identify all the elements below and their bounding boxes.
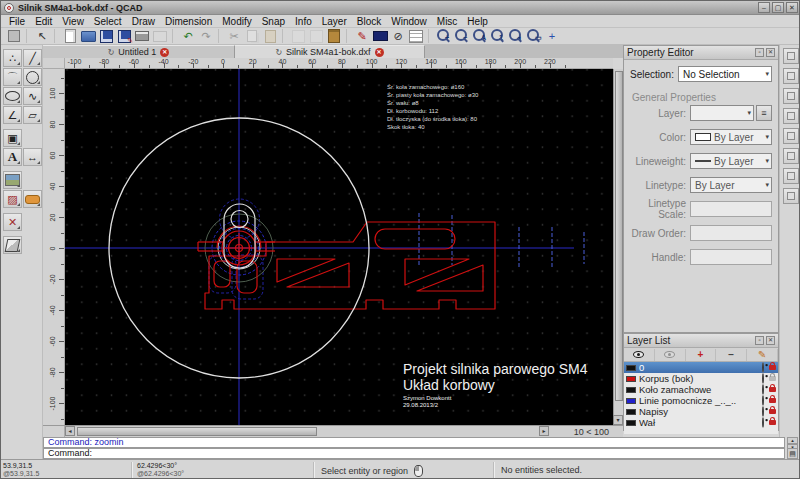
snap-tool-button-1[interactable] — [289, 28, 307, 44]
layer-visibility-icon[interactable] — [762, 407, 764, 416]
point-tool[interactable]: ∴ — [3, 49, 22, 67]
box-3d-tool[interactable] — [3, 236, 22, 254]
menu-item[interactable]: Layer — [317, 16, 352, 27]
layer-dropdown[interactable]: ▾ — [690, 105, 754, 121]
lineweight-dropdown[interactable]: By Layer ▾ — [690, 153, 772, 169]
layer-visibility-icon[interactable] — [762, 385, 764, 394]
minimize-button[interactable]: – — [758, 2, 770, 13]
menu-item[interactable]: Snap — [257, 16, 290, 27]
handle-input[interactable] — [690, 249, 772, 265]
print-preview-button[interactable] — [151, 28, 169, 44]
modify-tool[interactable]: ✕ — [3, 213, 22, 231]
arc-tool[interactable]: ⌒ — [3, 68, 22, 86]
active-color-swatch[interactable] — [371, 28, 389, 44]
menu-item[interactable]: View — [57, 16, 89, 27]
tab-close-icon[interactable]: ✕ — [375, 48, 384, 57]
zoom-1-1-button[interactable]: 1 — [489, 28, 507, 44]
menu-item[interactable]: Dimension — [160, 16, 217, 27]
cut-button[interactable]: ✂ — [225, 28, 243, 44]
spline-tool[interactable]: ∿ — [23, 87, 42, 105]
open-file-button[interactable] — [79, 28, 97, 44]
menu-item[interactable]: Edit — [30, 16, 57, 27]
tab-close-icon[interactable]: ✕ — [160, 48, 169, 57]
command-options-button[interactable]: ▤ — [787, 448, 798, 459]
tab-silnik-sm4a1-bok[interactable]: ↻ Silnik SM4a1-bok.dxf ✕ — [235, 45, 425, 58]
draw-order-input[interactable] — [690, 225, 772, 241]
grid-toggle-button[interactable] — [407, 28, 425, 44]
zoom-window-button[interactable]: ▭ — [525, 28, 543, 44]
panel-close-button[interactable]: ✕ — [766, 48, 775, 57]
layer-row[interactable]: Koło zamachowe — [624, 384, 778, 395]
linetype-bylayer-button[interactable]: ⊘ — [389, 28, 407, 44]
panel-float-button[interactable]: ▫ — [755, 48, 764, 57]
app-button[interactable] — [5, 28, 23, 44]
hatch-tool[interactable]: ▨ — [3, 190, 22, 208]
menu-item[interactable]: Misc — [432, 16, 463, 27]
save-button[interactable] — [97, 28, 115, 44]
selection-pointer-button[interactable]: ↖ — [33, 28, 51, 44]
ellipse-tool[interactable] — [3, 87, 22, 105]
panel-float-button[interactable]: ▫ — [755, 336, 764, 345]
right-dock-button-4[interactable] — [783, 108, 799, 124]
layer-lock-icon[interactable] — [769, 376, 776, 381]
right-dock-button-1[interactable] — [783, 48, 799, 64]
spin-up-icon[interactable]: ▴ — [787, 437, 798, 444]
paste-button[interactable] — [261, 28, 279, 44]
right-dock-button-8[interactable] — [783, 188, 799, 204]
new-file-button[interactable] — [61, 28, 79, 44]
linetype-scale-input[interactable] — [690, 201, 772, 217]
layer-lock-icon[interactable] — [769, 365, 776, 370]
panel-close-button[interactable]: ✕ — [766, 336, 775, 345]
remove-layer-button[interactable]: − — [716, 349, 747, 361]
layer-visibility-icon[interactable] — [762, 396, 764, 405]
menu-item[interactable]: Draw — [127, 16, 160, 27]
edit-layer-button[interactable]: ✎ — [747, 349, 778, 361]
menu-item[interactable]: Window — [386, 16, 432, 27]
command-history-spinner[interactable]: ▴ ▾ — [787, 437, 798, 448]
right-dock-button-3[interactable] — [783, 88, 799, 104]
layer-row[interactable]: 0 — [624, 362, 778, 373]
menu-item[interactable]: Help — [462, 16, 493, 27]
menu-item[interactable]: Block — [352, 16, 386, 27]
tab-untitled-1[interactable]: ↻ Untitled 1 ✕ — [43, 45, 235, 58]
vertical-scrollbar[interactable]: ▾ — [613, 69, 623, 425]
menu-item[interactable]: Info — [290, 16, 317, 27]
menu-item[interactable]: File — [4, 16, 30, 27]
viewport-tool[interactable]: ▣ — [3, 129, 22, 147]
menu-item[interactable]: Select — [89, 16, 127, 27]
line-tool[interactable]: ╱ — [23, 49, 42, 67]
layer-list-header[interactable]: Layer List ▫ ✕ — [624, 334, 778, 348]
redo-button[interactable]: ↷ — [197, 28, 215, 44]
scroll-left-button[interactable]: ◂ — [65, 426, 75, 436]
maximize-button[interactable]: ▢ — [772, 2, 784, 13]
layer-visibility-icon[interactable] — [762, 363, 764, 372]
close-button[interactable]: ✕ — [786, 2, 798, 13]
selection-dropdown[interactable]: No Selection ▾ — [678, 66, 772, 82]
image-tool[interactable] — [3, 171, 22, 189]
layer-row[interactable]: Napisy — [624, 406, 778, 417]
clipboard-button[interactable] — [325, 28, 343, 44]
right-dock-button-6[interactable] — [783, 148, 799, 164]
solid-fill-tool[interactable] — [23, 190, 42, 208]
title-bar[interactable]: Silnik SM4a1-bok.dxf - QCAD – ▢ ✕ — [1, 1, 800, 15]
shape-tool[interactable]: ▱ — [23, 106, 42, 124]
circle-tool[interactable] — [23, 68, 42, 86]
zoom-auto-button[interactable]: A — [471, 28, 489, 44]
undo-button[interactable]: ↶ — [179, 28, 197, 44]
show-all-layers-button[interactable] — [624, 349, 655, 361]
layer-list-menu-button[interactable]: ≡ — [756, 105, 772, 121]
attribute-pencil-button[interactable]: ✎ — [353, 28, 371, 44]
layer-row[interactable]: Korpus (bok) — [624, 373, 778, 384]
layer-lock-icon[interactable] — [769, 398, 776, 403]
layer-lock-icon[interactable] — [769, 387, 776, 392]
text-tool[interactable]: A — [3, 148, 22, 166]
zoom-in-button[interactable]: + — [435, 28, 453, 44]
snap-tool-button-2[interactable] — [307, 28, 325, 44]
command-input[interactable]: Command: — [43, 448, 785, 459]
save-as-button[interactable] — [115, 28, 133, 44]
print-button[interactable] — [133, 28, 151, 44]
layer-lock-icon[interactable] — [769, 409, 776, 414]
command-history[interactable]: Command: zoomin — [43, 437, 785, 448]
pan-button[interactable]: + — [543, 28, 561, 44]
right-dock-button-7[interactable] — [783, 168, 799, 184]
